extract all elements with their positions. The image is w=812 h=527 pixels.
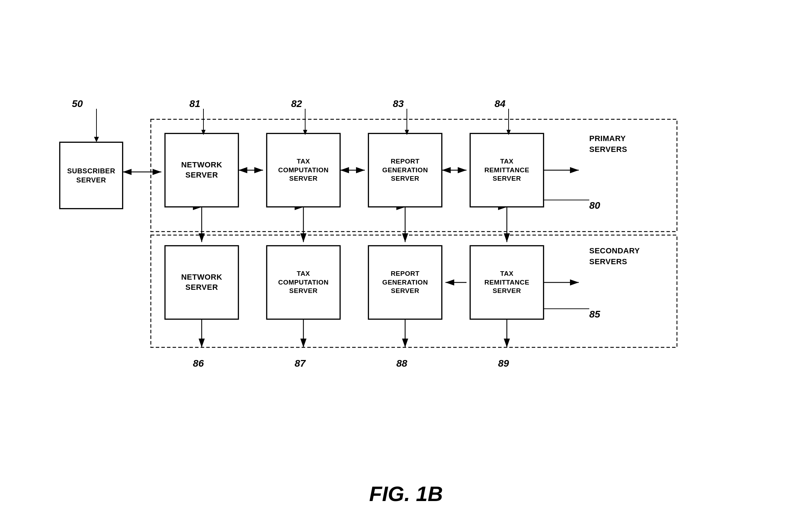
ref82-line (302, 109, 309, 137)
svg-marker-35 (94, 137, 99, 142)
tax-remittance-primary-box: TAXREMITTANCESERVER (470, 133, 544, 207)
ref84-line (505, 109, 512, 137)
primary-servers-label: PRIMARYSERVERS (589, 133, 627, 155)
svg-marker-41 (405, 130, 409, 135)
ref81-line (200, 109, 207, 137)
tax-computation-primary-label: TAXCOMPUTATIONSERVER (278, 157, 329, 183)
svg-marker-43 (506, 130, 511, 135)
tax-remittance-secondary-box: TAXREMITTANCESERVER (470, 246, 544, 319)
ref-82: 82 (291, 98, 302, 109)
ref-81: 81 (189, 98, 200, 109)
report-generation-secondary-box: REPORTGENERATIONSERVER (368, 246, 442, 319)
report-generation-secondary-label: REPORTGENERATIONSERVER (382, 269, 428, 295)
network-server-primary-box: NETWORKSERVER (165, 133, 239, 207)
ref-50: 50 (72, 98, 83, 109)
ref-85: 85 (589, 309, 600, 320)
tax-remittance-secondary-label: TAXREMITTANCESERVER (484, 269, 529, 295)
report-generation-primary-label: REPORTGENERATIONSERVER (382, 157, 428, 183)
subscriber-server-box: SUBSCRIBER SERVER (60, 142, 123, 209)
svg-marker-37 (201, 130, 206, 135)
svg-marker-39 (303, 130, 307, 135)
ref-89: 89 (498, 358, 509, 369)
report-generation-primary-box: REPORTGENERATIONSERVER (368, 133, 442, 207)
tax-computation-secondary-box: TAXCOMPUTATIONSERVER (267, 246, 340, 319)
ref-83: 83 (393, 98, 404, 109)
network-server-primary-label: NETWORKSERVER (181, 160, 222, 180)
tax-computation-primary-box: TAXCOMPUTATIONSERVER (267, 133, 340, 207)
figure-title: FIG. 1B (0, 482, 812, 506)
ref83-line (403, 109, 410, 137)
tax-remittance-primary-label: TAXREMITTANCESERVER (484, 157, 529, 183)
ref-86: 86 (193, 358, 204, 369)
ref-80: 80 (589, 200, 600, 211)
tax-computation-secondary-label: TAXCOMPUTATIONSERVER (278, 269, 329, 295)
ref-88: 88 (396, 358, 407, 369)
ref-87: 87 (295, 358, 306, 369)
diagram-container: SUBSCRIBER SERVER NETWORKSERVER TAXCOMPU… (42, 63, 779, 449)
ref50-line (88, 109, 105, 144)
network-server-secondary-box: NETWORKSERVER (165, 246, 239, 319)
ref-84: 84 (495, 98, 505, 109)
network-server-secondary-label: NETWORKSERVER (181, 272, 222, 292)
secondary-servers-label: SECONDARYSERVERS (589, 246, 640, 267)
subscriber-server-label: SUBSCRIBER SERVER (60, 166, 122, 185)
